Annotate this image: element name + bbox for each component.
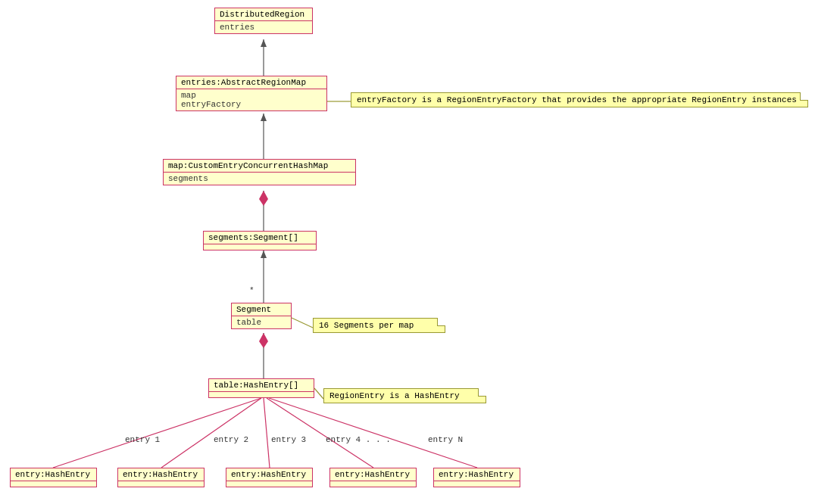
svg-marker-7 xyxy=(261,250,267,258)
svg-line-11 xyxy=(161,398,261,468)
note-entry-factory-text: entryFactory is a RegionEntryFactory tha… xyxy=(357,95,797,104)
segment-body: table xyxy=(232,316,291,328)
svg-marker-9 xyxy=(259,333,268,348)
distributed-region-title: DistributedRegion xyxy=(215,8,312,21)
svg-marker-5 xyxy=(259,191,268,206)
abstract-region-map-title: entries:AbstractRegionMap xyxy=(176,76,326,89)
segment-title: Segment xyxy=(232,303,291,316)
segment-box: Segment table xyxy=(231,303,292,329)
diagram-lines xyxy=(0,0,815,504)
hash-entry-array-title: table:HashEntry[] xyxy=(209,379,314,392)
entry2-box: entry:HashEntry xyxy=(117,468,205,487)
diagram-container: DistributedRegion entries entries:Abstra… xyxy=(0,0,815,504)
abstract-region-map-body: map entryFactory xyxy=(176,89,326,110)
note-segments-text: 16 Segments per map xyxy=(319,321,414,330)
svg-line-14 xyxy=(269,398,477,468)
svg-line-17 xyxy=(314,388,323,399)
entryN-title: entry:HashEntry xyxy=(434,468,520,481)
distributed-region-box: DistributedRegion entries xyxy=(214,8,313,34)
abstract-region-map-box: entries:AbstractRegionMap map entryFacto… xyxy=(176,76,327,111)
note-segments: 16 Segments per map xyxy=(313,318,445,333)
svg-marker-1 xyxy=(261,39,267,47)
svg-marker-3 xyxy=(261,114,267,121)
hash-entry-array-box: table:HashEntry[] xyxy=(208,378,314,398)
svg-line-13 xyxy=(267,398,373,468)
note-hash-entry: RegionEntry is a HashEntry xyxy=(323,388,486,403)
segments-array-box: segments:Segment[] xyxy=(203,231,317,250)
svg-line-10 xyxy=(53,398,261,468)
custom-entry-map-box: map:CustomEntryConcurrentHashMap segment… xyxy=(163,159,356,185)
entry2-title: entry:HashEntry xyxy=(118,468,204,481)
custom-entry-map-body: segments xyxy=(164,173,355,185)
label-entry1: entry 1 xyxy=(125,435,160,444)
label-entryN: entry N xyxy=(428,435,463,444)
label-star: * xyxy=(249,286,254,295)
label-entry2: entry 2 xyxy=(214,435,248,444)
label-entry3: entry 3 xyxy=(271,435,306,444)
note-hash-entry-text: RegionEntry is a HashEntry xyxy=(329,391,460,400)
entry3-title: entry:HashEntry xyxy=(226,468,312,481)
entry1-title: entry:HashEntry xyxy=(11,468,96,481)
entry1-box: entry:HashEntry xyxy=(10,468,97,487)
entry4-title: entry:HashEntry xyxy=(330,468,416,481)
segments-array-title: segments:Segment[] xyxy=(204,232,316,244)
note-entry-factory: entryFactory is a RegionEntryFactory tha… xyxy=(351,92,808,107)
entry3-box: entry:HashEntry xyxy=(226,468,313,487)
custom-entry-map-title: map:CustomEntryConcurrentHashMap xyxy=(164,160,355,173)
distributed-region-body: entries xyxy=(215,21,312,33)
label-entry4: entry 4 . . . xyxy=(326,435,391,444)
entry4-box: entry:HashEntry xyxy=(329,468,417,487)
svg-line-12 xyxy=(264,398,270,468)
svg-line-16 xyxy=(292,318,313,328)
entryN-box: entry:HashEntry xyxy=(433,468,520,487)
